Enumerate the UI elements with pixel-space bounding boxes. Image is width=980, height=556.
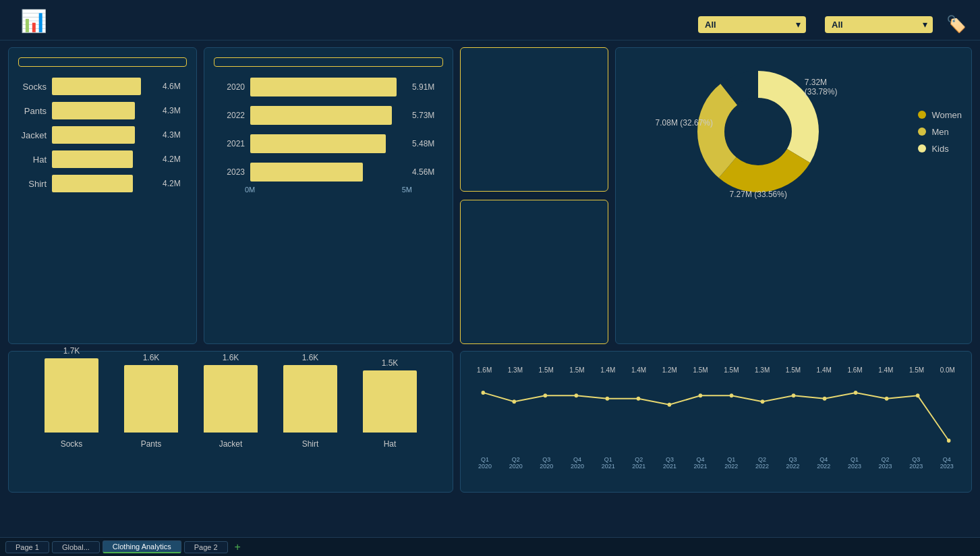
app-title: 📊 [13,9,47,33]
x-label: Q3 2021 [663,456,676,470]
tab-global[interactable]: Global... [52,541,100,553]
product-bar-track [52,78,153,95]
bottom-bar-label: Pants [141,439,162,449]
line-val-label: 1.5M [539,366,554,374]
tab-add-button[interactable]: + [231,541,245,553]
line-dot [513,399,517,404]
product-bar-track [52,102,153,119]
tab-clothing-analytics[interactable]: Clothing Analytics [103,540,181,553]
year-bar-chart: 2020 5.91M 2022 5.73M 2021 5.48M 2023 4.… [214,78,443,182]
bottom-row: 1.7K Socks 1.6K Pants 1.6K Jacket 1.6K S… [8,351,972,493]
product-bar-fill [52,126,135,144]
header-right: All All 🏷️ [693,9,967,34]
product-bar-row: Hat 4.2M [18,150,187,168]
x-label: Q1 2023 [848,456,861,470]
line-val-label: 1.6M [847,366,862,374]
line-dot [761,399,765,404]
legend-men-label: Men [931,127,948,137]
line-val-label: 1.3M [508,366,523,374]
product-bar-row: Socks 4.6M [18,78,187,95]
line-val-label: 1.2M [662,366,677,374]
x-label: Q4 2022 [817,456,830,470]
line-dot [947,439,951,443]
year-bar-row: 2023 4.56M [219,163,438,182]
bottom-bar-col: 1.6K Pants [124,353,178,449]
x-label: Q1 2020 [478,456,492,470]
bottom-bar-val: 1.6K [223,353,239,362]
line-dot [575,393,579,397]
year-bar-val: 5.91M [412,82,438,92]
bottom-bar-fill [204,365,258,433]
x-label: Q2 2020 [509,456,523,470]
line-dot [606,397,610,401]
line-dot [792,393,796,397]
tab-page2[interactable]: Page 2 [184,541,228,553]
line-val-label: 1.4M [817,366,832,374]
app-logo-icon: 🏷️ [946,15,967,34]
x-label: Q3 2022 [786,456,800,470]
line-dot [885,397,889,401]
product-bar-chart: Socks 4.6M Pants 4.3M Jacket 4.3M Hat 4.… [18,78,187,192]
line-dot [916,393,920,397]
axis-5m: 5M [402,186,412,194]
year-bar-track [250,163,403,182]
bottom-bar-fill [283,365,337,433]
year-bar-fill [250,78,397,96]
line-top-labels: 1.6M1.3M1.5M1.5M1.4M1.4M1.2M1.5M1.5M1.3M… [477,366,955,374]
date-filter: All [819,16,933,33]
year-bar-row: 2021 5.48M [219,134,438,153]
year-bar-row: 2020 5.91M [219,78,438,96]
donut-bottom-label: 7.27M (33.56%) [730,190,787,199]
bottom-bar-label: Jacket [219,439,243,449]
line-val-label: 1.5M [569,366,584,374]
bottom-bar-val: 1.7K [63,346,80,356]
year-axis: 0M 5M [214,182,443,194]
year-bar-track [250,78,403,96]
total-sales-card [460,47,608,192]
delivery-status-select[interactable]: All [698,16,806,33]
tab-page1[interactable]: Page 1 [5,541,49,553]
year-bar-val: 5.73M [412,111,438,120]
line-dot [823,397,827,401]
product-revenue-title [18,57,187,67]
year-bar-track [250,106,403,125]
product-bar-value: 4.3M [163,106,187,115]
product-bar-fill [52,150,133,168]
product-bar-value: 4.2M [163,179,187,188]
x-label: Q2 2023 [879,456,892,470]
bottom-bar-col: 1.6K Jacket [204,353,258,449]
year-bar-fill [250,163,363,182]
line-dot [699,393,703,397]
product-bar-label: Shirt [18,179,47,189]
product-bar-row: Pants 4.3M [18,102,187,119]
date-select[interactable]: All [825,16,933,33]
legend-women-dot [918,111,926,119]
kpi-panel [460,47,608,344]
x-label: Q1 2022 [724,456,738,470]
bottom-bar-label: Socks [61,439,83,449]
product-revenue-panel: Socks 4.6M Pants 4.3M Jacket 4.3M Hat 4.… [8,47,197,344]
bottom-bar-val: 1.5K [382,358,399,368]
year-bar-label: 2023 [219,167,245,177]
x-label: Q1 2021 [602,456,615,470]
donut-right-label: 7.32M(33.78%) [805,78,838,96]
donut-panel: 7.08M (32.67%) 7.32M(33.78%) 7.27M (33.5… [615,47,972,344]
line-path [483,393,948,441]
product-bar-fill [52,78,141,95]
year-bar-fill [250,106,392,125]
year-bar-label: 2022 [219,111,245,120]
bottom-bar-fill [45,358,98,433]
bottom-bar-label: Hat [384,439,397,449]
year-revenue-title [214,57,443,67]
bottom-bar-col: 1.5K Hat [363,358,417,449]
main-content: Socks 4.6M Pants 4.3M Jacket 4.3M Hat 4.… [0,40,980,499]
line-dot [637,397,641,401]
x-label: Q4 2023 [940,456,954,470]
line-val-label: 1.5M [724,366,739,374]
product-bar-fill [52,102,135,119]
header-left: 📊 [13,9,47,34]
year-revenue-panel: 2020 5.91M 2022 5.73M 2021 5.48M 2023 4.… [204,47,453,344]
legend-women: Women [918,110,962,120]
product-bar-label: Jacket [18,130,47,140]
line-dot [544,393,548,397]
